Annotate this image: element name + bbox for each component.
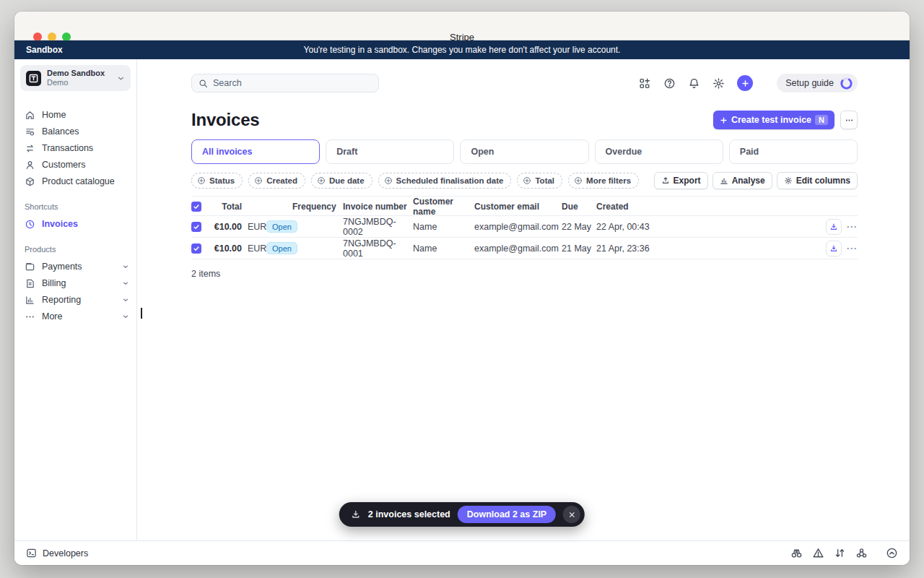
developers-button[interactable]: Developers	[26, 548, 88, 558]
titlebar: Stripe	[14, 12, 910, 40]
sidebar-item-payments[interactable]: Payments	[14, 259, 136, 275]
tab-paid[interactable]: Paid	[729, 139, 858, 164]
inspect-binoculars-icon[interactable]	[790, 547, 803, 559]
search-box[interactable]	[191, 74, 379, 92]
status-badge: Open	[266, 220, 297, 233]
main-topbar: Setup guide	[191, 59, 858, 97]
cell-due: 21 May	[562, 243, 596, 254]
create-plus-button[interactable]	[737, 75, 753, 91]
products-section-label: Products	[14, 245, 136, 254]
sandbox-message: You're testing in a sandbox. Changes you…	[304, 45, 621, 55]
account-logo	[26, 71, 41, 86]
plus-circle-icon	[317, 176, 326, 185]
table-row[interactable]: €10.00 EUR Open 7NGJMBDQ-0002 Name examp…	[191, 216, 858, 238]
webhooks-icon[interactable]	[855, 547, 868, 559]
apps-grid-icon[interactable]	[639, 77, 651, 90]
setup-progress-ring	[840, 77, 853, 90]
filter-due-date[interactable]: Due date	[311, 173, 372, 189]
plus-circle-icon	[574, 176, 583, 185]
cell-customer-name: Name	[413, 243, 474, 254]
main-nav: Home Balances Transactions	[14, 107, 136, 189]
filter-status[interactable]: Status	[191, 173, 243, 189]
cell-invoice-number: 7NGJMBDQ-0001	[331, 238, 413, 259]
ellipsis-icon	[25, 311, 35, 322]
cell-created: 21 Apr, 23:36	[596, 243, 820, 254]
column-total[interactable]: Total	[210, 202, 242, 212]
edit-columns-button[interactable]: Edit columns	[777, 172, 858, 189]
cell-customer-email: example@gmail.com	[474, 243, 562, 254]
sidebar-item-customers[interactable]: Customers	[14, 157, 136, 173]
export-icon	[661, 176, 670, 185]
invoice-status-tabs: All invoices Draft Open Overdue Paid	[191, 139, 858, 164]
page-overflow-button[interactable]	[840, 111, 858, 129]
cell-total: €10.00	[210, 243, 242, 254]
analyse-button[interactable]: Analyse	[712, 172, 772, 189]
download-invoice-button[interactable]	[826, 219, 842, 235]
select-all-checkbox[interactable]	[191, 202, 201, 212]
column-customer-name[interactable]: Customer name	[413, 197, 474, 217]
sidebar-item-transactions[interactable]: Transactions	[14, 140, 136, 156]
setup-guide-button[interactable]: Setup guide	[777, 74, 858, 92]
sidebar-item-balances[interactable]: Balances	[14, 124, 136, 139]
create-test-invoice-button[interactable]: Create test invoice N	[713, 111, 834, 129]
table-header-row: Total Frequency Invoice number Customer …	[191, 197, 858, 216]
sidebar-item-more[interactable]: More	[14, 309, 136, 324]
cell-currency: EUR	[242, 222, 266, 232]
sidebar-item-invoices[interactable]: Invoices	[14, 216, 136, 232]
bottom-bar: Developers	[14, 540, 910, 565]
sidebar-item-reporting[interactable]: Reporting	[14, 292, 136, 308]
notifications-bell-icon[interactable]	[688, 77, 700, 90]
home-icon	[25, 110, 35, 121]
page-title: Invoices	[191, 110, 259, 130]
items-count: 2 items	[191, 269, 858, 279]
row-checkbox[interactable]	[191, 243, 201, 254]
tab-draft[interactable]: Draft	[326, 139, 454, 164]
filter-created[interactable]: Created	[248, 173, 305, 189]
settings-gear-icon[interactable]	[712, 77, 725, 90]
column-created[interactable]: Created	[596, 202, 820, 212]
cell-customer-name: Name	[413, 222, 474, 232]
selection-toast: 2 invoices selected Download 2 as ZIP	[339, 502, 585, 527]
row-overflow-button[interactable]: ···	[847, 222, 858, 232]
filter-total[interactable]: Total	[517, 173, 562, 189]
filter-more-filters[interactable]: More filters	[568, 173, 639, 189]
sidebar-item-home[interactable]: Home	[14, 107, 136, 123]
account-switcher[interactable]: Demo Sandbox Demo	[20, 65, 131, 91]
billing-icon	[25, 278, 35, 289]
tab-overdue[interactable]: Overdue	[595, 139, 723, 164]
cell-created: 22 Apr, 00:43	[596, 222, 820, 232]
sidebar-item-product-catalogue[interactable]: Product catalogue	[14, 173, 136, 189]
transactions-icon	[25, 143, 35, 154]
sidebar-item-billing[interactable]: Billing	[14, 275, 136, 291]
collapse-chevron-up-icon[interactable]	[886, 547, 898, 559]
help-icon[interactable]	[663, 77, 676, 90]
search-icon	[199, 79, 208, 88]
reporting-icon	[25, 295, 35, 306]
download-icon	[351, 509, 361, 519]
errors-warning-icon[interactable]	[812, 547, 824, 559]
column-frequency[interactable]: Frequency	[292, 202, 331, 212]
row-checkbox[interactable]	[191, 222, 201, 232]
customers-icon	[25, 160, 35, 171]
filter-scheduled-finalisation-date[interactable]: Scheduled finalisation date	[378, 173, 512, 189]
table-row[interactable]: €10.00 EUR Open 7NGJMBDQ-0001 Name examp…	[191, 238, 858, 259]
column-customer-email[interactable]: Customer email	[474, 202, 562, 212]
column-due[interactable]: Due	[562, 202, 596, 212]
chevron-down-icon	[117, 74, 125, 82]
row-overflow-button[interactable]: ···	[847, 243, 858, 254]
sandbox-banner: Sandbox You're testing in a sandbox. Cha…	[14, 40, 910, 59]
search-input[interactable]	[213, 78, 372, 88]
column-invoice-number[interactable]: Invoice number	[331, 202, 413, 212]
tab-open[interactable]: Open	[460, 139, 588, 164]
tab-all-invoices[interactable]: All invoices	[191, 139, 320, 164]
api-requests-arrows-icon[interactable]	[834, 547, 846, 559]
toast-message: 2 invoices selected	[368, 509, 450, 519]
product-catalogue-icon	[25, 176, 35, 187]
close-icon[interactable]	[563, 506, 580, 523]
download-zip-button[interactable]: Download 2 as ZIP	[458, 506, 556, 523]
plus-icon	[720, 116, 728, 124]
export-button[interactable]: Export	[654, 172, 708, 189]
chevron-down-icon	[122, 296, 129, 303]
terminal-icon	[26, 548, 37, 558]
download-invoice-button[interactable]	[826, 241, 842, 256]
